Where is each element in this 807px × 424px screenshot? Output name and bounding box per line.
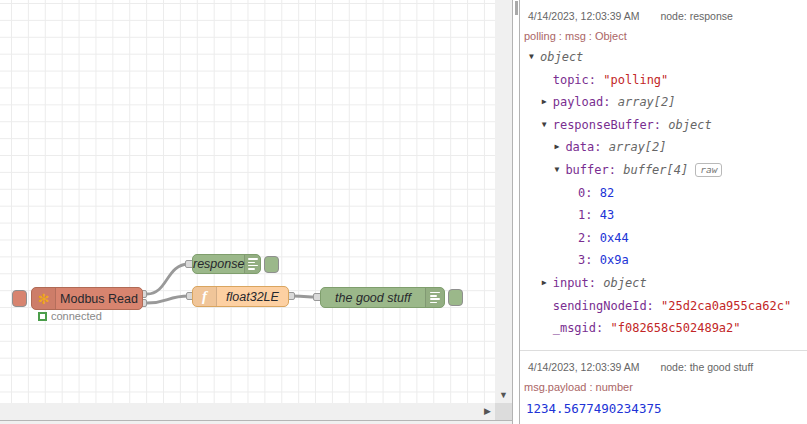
debug-tree-row: ▶data: array[2]: [520, 136, 807, 159]
tree-value: "25d2ca0a955ca62c": [661, 299, 791, 313]
debug-message-meta: 4/14/2023, 12:03:39 AM node: response: [520, 6, 807, 26]
debug-tree-row: topic: "polling": [520, 69, 807, 92]
response-toggle-button[interactable]: [264, 256, 279, 273]
tree-value: 0x9a: [600, 253, 629, 267]
debug-message-response: 4/14/2023, 12:03:39 AM node: response po…: [520, 0, 807, 348]
debug-lines-icon: [248, 258, 258, 270]
debug-tree-row: 2: 0x44: [520, 227, 807, 250]
debug-tree-row: ▼buffer: buffer[4]raw: [520, 159, 807, 182]
tree-key: topic:: [553, 73, 596, 87]
debug-tree-row: 0: 82: [520, 182, 807, 205]
tree-key: data:: [565, 140, 601, 154]
tree-value: "f082658c502489a2": [611, 321, 741, 335]
node-label-goodstuff: the good stuff: [321, 288, 425, 307]
tree-key: buffer:: [565, 163, 616, 177]
panel-resize-divider[interactable]: [512, 0, 520, 424]
tree-key: responseBuffer:: [553, 118, 661, 132]
flow-canvas[interactable]: ✻ Modbus Read connected response f: [0, 0, 512, 424]
node-response[interactable]: response: [192, 254, 261, 274]
debug-tree-row: ▼responseBuffer: object: [520, 114, 807, 137]
debug-tree-row: ▼object: [520, 46, 807, 69]
status-text: connected: [51, 310, 102, 322]
node-modbus-read[interactable]: ✻ Modbus Read: [31, 287, 143, 310]
debug-source-node: node: response: [660, 10, 732, 22]
tree-key: 3:: [578, 253, 592, 267]
debug-tree-row: _msgid: "f082658c502489a2": [520, 317, 807, 340]
node-label-modbus: Modbus Read: [56, 288, 142, 309]
tree-key: input:: [553, 276, 596, 290]
tree-key: payload:: [553, 95, 611, 109]
debug-timestamp: 4/14/2023, 12:03:39 AM: [528, 361, 640, 373]
tree-type-meta: object: [540, 50, 583, 64]
function-f-icon: f: [193, 287, 217, 306]
expand-arrow-icon[interactable]: ▶: [554, 136, 559, 159]
tree-key: 1:: [578, 208, 592, 222]
tree-value: 0x44: [600, 231, 629, 245]
tree-value: 82: [600, 186, 614, 200]
debug-tree-row: 1: 43: [520, 204, 807, 227]
node-red-window: ✻ Modbus Read connected response f: [0, 0, 807, 424]
modbus-status: connected: [38, 310, 102, 322]
wires-layer: [0, 0, 512, 424]
tree-key: _msgid:: [553, 321, 604, 335]
divider-scroll-thumb[interactable]: [515, 1, 518, 15]
debug-payload-value: 1234.5677490234375: [520, 397, 807, 419]
debug-topic-line: polling : msg : Object: [520, 26, 807, 46]
debug-message-meta: 4/14/2023, 12:03:39 AM node: the good st…: [520, 357, 807, 377]
collapse-arrow-icon[interactable]: ▼: [554, 159, 559, 182]
wire-modbus-to-response[interactable]: [147, 264, 189, 294]
tree-type-meta: array[2]: [609, 140, 667, 154]
tree-type-meta: object: [668, 118, 711, 132]
modbus-gear-icon: ✻: [32, 288, 56, 309]
status-dot-icon: [38, 312, 47, 321]
tree-key: 2:: [578, 231, 592, 245]
tree-value: "polling": [603, 73, 668, 87]
tree-type-meta: buffer[4]: [623, 163, 688, 177]
debug-topic-line: msg.payload : number: [520, 377, 807, 397]
node-label-response: response: [193, 255, 244, 273]
debug-output-icon: [425, 288, 444, 307]
tree-type-meta: array[2]: [618, 95, 676, 109]
expand-arrow-icon[interactable]: ▶: [542, 91, 547, 114]
expand-arrow-icon[interactable]: ▶: [542, 272, 547, 295]
collapse-arrow-icon[interactable]: ▼: [542, 114, 547, 137]
goodstuff-toggle-button[interactable]: [448, 289, 463, 306]
debug-tree-row: 3: 0x9a: [520, 249, 807, 272]
debug-tree-row: sendingNodeId: "25d2ca0a955ca62c": [520, 295, 807, 318]
collapse-arrow-icon[interactable]: ▼: [529, 46, 534, 69]
wire-modbus-to-float32le[interactable]: [147, 296, 189, 303]
debug-message-goodstuff: 4/14/2023, 12:03:39 AM node: the good st…: [520, 350, 807, 424]
tree-value: 43: [600, 208, 614, 222]
debug-sidebar[interactable]: 4/14/2023, 12:03:39 AM node: response po…: [520, 0, 807, 424]
debug-object-tree: ▼objecttopic: "polling"▶payload: array[2…: [520, 46, 807, 348]
debug-tree-row: ▶payload: array[2]: [520, 91, 807, 114]
debug-tree-row: ▶input: object: [520, 272, 807, 295]
node-the-good-stuff[interactable]: the good stuff: [320, 287, 445, 308]
modbus-inject-button[interactable]: [12, 290, 27, 307]
node-float32le[interactable]: f float32LE: [192, 286, 289, 307]
raw-toggle-button[interactable]: raw: [695, 163, 722, 177]
tree-type-meta: object: [603, 276, 646, 290]
node-label-float32le: float32LE: [217, 287, 288, 306]
debug-source-node: node: the good stuff: [660, 361, 753, 373]
tree-key: 0:: [578, 186, 592, 200]
tree-key: sendingNodeId:: [553, 299, 654, 313]
debug-timestamp: 4/14/2023, 12:03:39 AM: [528, 10, 640, 22]
debug-lines-icon: [430, 292, 440, 304]
debug-output-icon: [244, 255, 260, 273]
